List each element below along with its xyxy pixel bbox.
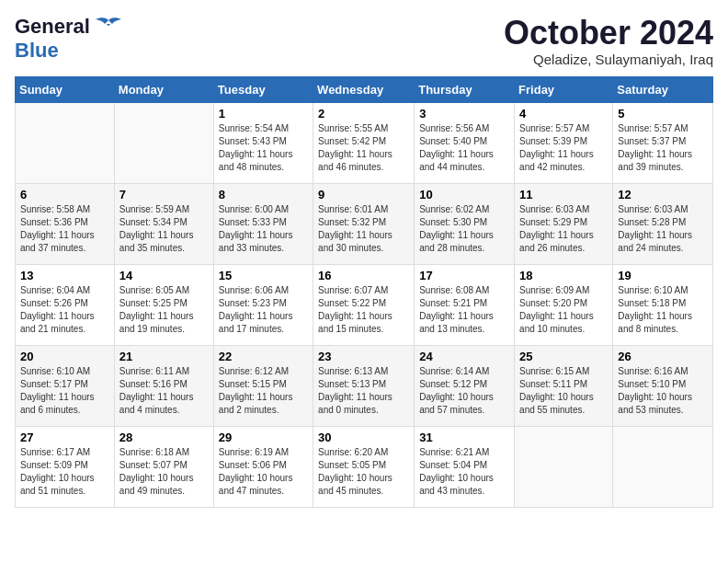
calendar-subtitle: Qeladize, Sulaymaniyah, Iraq (504, 52, 713, 67)
calendar-cell: 9Sunrise: 6:01 AM Sunset: 5:32 PM Daylig… (313, 183, 415, 264)
calendar-cell: 27Sunrise: 6:17 AM Sunset: 5:09 PM Dayli… (16, 426, 115, 507)
calendar-cell: 26Sunrise: 6:16 AM Sunset: 5:10 PM Dayli… (613, 345, 713, 426)
calendar-cell: 10Sunrise: 6:02 AM Sunset: 5:30 PM Dayli… (415, 183, 515, 264)
day-info: Sunrise: 6:07 AM Sunset: 5:22 PM Dayligh… (318, 284, 409, 336)
day-info: Sunrise: 6:03 AM Sunset: 5:28 PM Dayligh… (618, 203, 708, 255)
day-number: 2 (318, 107, 409, 121)
day-number: 31 (419, 431, 509, 444)
calendar-week-row: 13Sunrise: 6:04 AM Sunset: 5:26 PM Dayli… (16, 264, 713, 345)
day-info: Sunrise: 6:10 AM Sunset: 5:17 PM Dayligh… (20, 365, 109, 417)
day-number: 20 (20, 350, 109, 363)
day-info: Sunrise: 5:58 AM Sunset: 5:36 PM Dayligh… (20, 203, 109, 255)
day-number: 26 (618, 350, 708, 363)
calendar-cell: 17Sunrise: 6:08 AM Sunset: 5:21 PM Dayli… (415, 264, 515, 345)
logo-bird-icon (94, 17, 123, 37)
header-wednesday: Wednesday (313, 76, 415, 102)
day-info: Sunrise: 6:19 AM Sunset: 5:06 PM Dayligh… (219, 446, 308, 498)
calendar-cell: 20Sunrise: 6:10 AM Sunset: 5:17 PM Dayli… (16, 345, 115, 426)
calendar-cell: 30Sunrise: 6:20 AM Sunset: 5:05 PM Dayli… (313, 426, 415, 507)
day-info: Sunrise: 6:09 AM Sunset: 5:20 PM Dayligh… (519, 284, 608, 336)
day-number: 22 (219, 350, 308, 363)
day-number: 14 (119, 269, 209, 282)
day-number: 17 (419, 269, 509, 282)
calendar-cell: 14Sunrise: 6:05 AM Sunset: 5:25 PM Dayli… (114, 264, 213, 345)
day-info: Sunrise: 6:05 AM Sunset: 5:25 PM Dayligh… (119, 284, 209, 336)
calendar-cell (515, 426, 613, 507)
day-info: Sunrise: 6:13 AM Sunset: 5:13 PM Dayligh… (318, 365, 409, 417)
calendar-week-row: 1Sunrise: 5:54 AM Sunset: 5:43 PM Daylig… (16, 102, 713, 183)
day-info: Sunrise: 6:12 AM Sunset: 5:15 PM Dayligh… (219, 365, 308, 417)
day-number: 16 (318, 269, 409, 282)
day-info: Sunrise: 6:01 AM Sunset: 5:32 PM Dayligh… (318, 203, 409, 255)
day-number: 8 (219, 188, 308, 201)
logo-blue: Blue (15, 39, 59, 62)
day-number: 10 (419, 188, 509, 201)
day-info: Sunrise: 6:06 AM Sunset: 5:23 PM Dayligh… (219, 284, 308, 336)
calendar-title: October 2024 (504, 15, 713, 52)
day-info: Sunrise: 5:54 AM Sunset: 5:43 PM Dayligh… (219, 122, 308, 174)
title-area: October 2024 Qeladize, Sulaymaniyah, Ira… (504, 15, 713, 67)
day-info: Sunrise: 6:00 AM Sunset: 5:33 PM Dayligh… (219, 203, 308, 255)
day-info: Sunrise: 6:14 AM Sunset: 5:12 PM Dayligh… (419, 365, 509, 417)
day-number: 9 (318, 188, 409, 201)
header-thursday: Thursday (415, 76, 515, 102)
day-number: 23 (318, 350, 409, 363)
calendar-cell: 3Sunrise: 5:56 AM Sunset: 5:40 PM Daylig… (415, 102, 515, 183)
day-number: 6 (20, 188, 109, 201)
header: General Blue October 2024 Qeladize, Sula… (15, 15, 713, 67)
day-number: 27 (20, 431, 109, 444)
day-info: Sunrise: 5:59 AM Sunset: 5:34 PM Dayligh… (119, 203, 209, 255)
day-number: 12 (618, 188, 708, 201)
day-number: 24 (419, 350, 509, 363)
header-monday: Monday (114, 76, 213, 102)
calendar-cell: 21Sunrise: 6:11 AM Sunset: 5:16 PM Dayli… (114, 345, 213, 426)
calendar-cell: 23Sunrise: 6:13 AM Sunset: 5:13 PM Dayli… (313, 345, 415, 426)
day-info: Sunrise: 6:15 AM Sunset: 5:11 PM Dayligh… (519, 365, 608, 417)
day-number: 29 (219, 431, 308, 444)
calendar-cell (16, 102, 115, 183)
calendar-cell: 7Sunrise: 5:59 AM Sunset: 5:34 PM Daylig… (114, 183, 213, 264)
day-info: Sunrise: 6:17 AM Sunset: 5:09 PM Dayligh… (20, 446, 109, 498)
calendar-cell (613, 426, 713, 507)
calendar-header-row: SundayMondayTuesdayWednesdayThursdayFrid… (16, 76, 713, 102)
day-number: 7 (119, 188, 209, 201)
calendar-week-row: 20Sunrise: 6:10 AM Sunset: 5:17 PM Dayli… (16, 345, 713, 426)
day-info: Sunrise: 6:04 AM Sunset: 5:26 PM Dayligh… (20, 284, 109, 336)
day-info: Sunrise: 5:57 AM Sunset: 5:37 PM Dayligh… (618, 122, 708, 174)
calendar-cell: 19Sunrise: 6:10 AM Sunset: 5:18 PM Dayli… (613, 264, 713, 345)
day-info: Sunrise: 6:21 AM Sunset: 5:04 PM Dayligh… (419, 446, 509, 498)
header-tuesday: Tuesday (213, 76, 313, 102)
calendar-cell: 16Sunrise: 6:07 AM Sunset: 5:22 PM Dayli… (313, 264, 415, 345)
calendar-cell: 15Sunrise: 6:06 AM Sunset: 5:23 PM Dayli… (213, 264, 313, 345)
day-number: 1 (219, 107, 308, 121)
day-number: 18 (519, 269, 608, 282)
calendar-cell: 13Sunrise: 6:04 AM Sunset: 5:26 PM Dayli… (16, 264, 115, 345)
calendar-cell (114, 102, 213, 183)
calendar-cell: 5Sunrise: 5:57 AM Sunset: 5:37 PM Daylig… (613, 102, 713, 183)
logo: General Blue (15, 15, 123, 63)
logo-general: General (15, 15, 90, 39)
day-info: Sunrise: 6:18 AM Sunset: 5:07 PM Dayligh… (119, 446, 209, 498)
day-info: Sunrise: 6:11 AM Sunset: 5:16 PM Dayligh… (119, 365, 209, 417)
day-number: 5 (618, 107, 708, 121)
day-number: 30 (318, 431, 409, 444)
day-info: Sunrise: 6:08 AM Sunset: 5:21 PM Dayligh… (419, 284, 509, 336)
day-info: Sunrise: 5:56 AM Sunset: 5:40 PM Dayligh… (419, 122, 509, 174)
day-number: 13 (20, 269, 109, 282)
day-number: 15 (219, 269, 308, 282)
calendar-table: SundayMondayTuesdayWednesdayThursdayFrid… (15, 76, 713, 508)
day-number: 28 (119, 431, 209, 444)
calendar-cell: 11Sunrise: 6:03 AM Sunset: 5:29 PM Dayli… (515, 183, 613, 264)
calendar-cell: 31Sunrise: 6:21 AM Sunset: 5:04 PM Dayli… (415, 426, 515, 507)
calendar-cell: 1Sunrise: 5:54 AM Sunset: 5:43 PM Daylig… (213, 102, 313, 183)
calendar-cell: 24Sunrise: 6:14 AM Sunset: 5:12 PM Dayli… (415, 345, 515, 426)
day-number: 25 (519, 350, 608, 363)
calendar-cell: 12Sunrise: 6:03 AM Sunset: 5:28 PM Dayli… (613, 183, 713, 264)
day-info: Sunrise: 6:16 AM Sunset: 5:10 PM Dayligh… (618, 365, 708, 417)
calendar-cell: 22Sunrise: 6:12 AM Sunset: 5:15 PM Dayli… (213, 345, 313, 426)
header-friday: Friday (515, 76, 613, 102)
header-sunday: Sunday (16, 76, 115, 102)
calendar-cell: 6Sunrise: 5:58 AM Sunset: 5:36 PM Daylig… (16, 183, 115, 264)
calendar-cell: 28Sunrise: 6:18 AM Sunset: 5:07 PM Dayli… (114, 426, 213, 507)
calendar-cell: 25Sunrise: 6:15 AM Sunset: 5:11 PM Dayli… (515, 345, 613, 426)
